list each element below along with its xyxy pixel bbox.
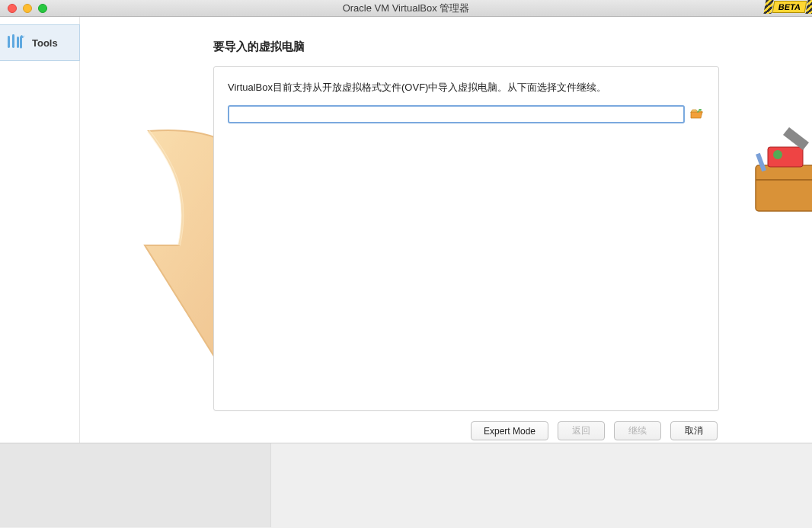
dialog-panel: VirtualBox目前支持从开放虚拟格式文件(OVF)中导入虚拟电脑。从下面选…	[213, 66, 719, 411]
import-appliance-dialog: 要导入的虚拟电脑 VirtualBox目前支持从开放虚拟格式文件(OVF)中导入…	[213, 40, 719, 440]
folder-open-icon	[690, 107, 704, 121]
svg-rect-3	[756, 165, 812, 211]
window-title: Oracle VM VirtualBox 管理器	[0, 2, 812, 15]
dialog-instruction: VirtualBox目前支持从开放虚拟格式文件(OVF)中导入虚拟电脑。从下面选…	[228, 81, 705, 94]
svg-rect-1	[12, 34, 14, 48]
main-area: Tools	[0, 17, 812, 443]
svg-rect-0	[8, 36, 10, 48]
cancel-button[interactable]: 取消	[670, 421, 718, 440]
svg-rect-4	[756, 179, 812, 181]
toolbox-decoration	[751, 120, 812, 219]
expert-mode-button[interactable]: Expert Mode	[471, 421, 548, 440]
svg-point-6	[773, 150, 782, 159]
continue-button: 继续	[614, 421, 661, 440]
footer-side-strip	[0, 443, 271, 527]
svg-rect-7	[756, 153, 766, 172]
svg-rect-2	[17, 37, 19, 48]
sidebar: Tools	[0, 17, 80, 443]
minimize-window-button[interactable]	[23, 4, 32, 13]
dialog-heading: 要导入的虚拟电脑	[213, 40, 719, 54]
dialog-button-row: Expert Mode 返回 继续 取消	[213, 411, 719, 440]
file-input-row	[228, 105, 705, 123]
close-window-button[interactable]	[8, 4, 17, 13]
back-button: 返回	[558, 421, 605, 440]
browse-file-button[interactable]	[689, 107, 705, 122]
ovf-file-path-input[interactable]	[228, 105, 685, 123]
window-controls	[0, 4, 47, 13]
tools-icon	[6, 33, 26, 53]
sidebar-item-label: Tools	[32, 37, 58, 49]
content-area: 要导入的虚拟电脑 VirtualBox目前支持从开放虚拟格式文件(OVF)中导入…	[80, 17, 812, 443]
title-bar: Oracle VM VirtualBox 管理器 BETA	[0, 0, 812, 17]
zoom-window-button[interactable]	[38, 4, 47, 13]
svg-rect-5	[768, 147, 803, 167]
sidebar-item-tools[interactable]: Tools	[0, 24, 80, 61]
beta-badge: BETA	[772, 1, 807, 13]
